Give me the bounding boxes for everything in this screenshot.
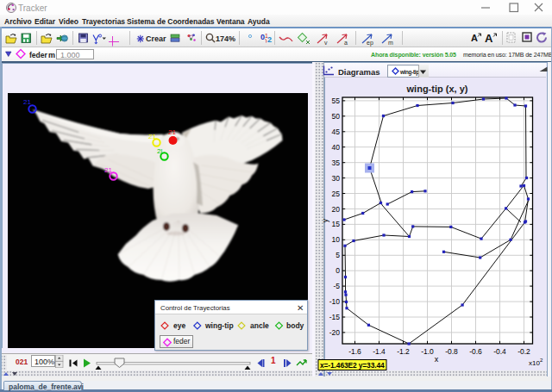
svg-text:21: 21 bbox=[168, 128, 176, 136]
svg-text:-15: -15 bbox=[329, 313, 341, 321]
svg-text:0: 0 bbox=[336, 266, 340, 275]
svg-text:40: 40 bbox=[332, 143, 341, 152]
svg-text:-20: -20 bbox=[329, 328, 341, 337]
svg-text:5: 5 bbox=[336, 251, 340, 259]
svg-text:21: 21 bbox=[23, 98, 31, 106]
svg-text:x10: x10 bbox=[529, 359, 540, 367]
svg-text:m: m bbox=[388, 40, 393, 46]
svg-text:y: y bbox=[321, 218, 329, 222]
svg-text:a: a bbox=[344, 40, 348, 46]
svg-text:x: x bbox=[435, 355, 439, 364]
svg-text:wing-tip (x, y): wing-tip (x, y) bbox=[406, 84, 468, 94]
svg-text:-1.0: -1.0 bbox=[421, 347, 434, 356]
svg-text:21: 21 bbox=[148, 133, 156, 140]
svg-text:-0.6: -0.6 bbox=[469, 347, 482, 356]
svg-text:v: v bbox=[324, 40, 328, 46]
svg-text:-0.4: -0.4 bbox=[493, 347, 506, 356]
svg-text:-1.2: -1.2 bbox=[397, 347, 410, 356]
svg-text:30: 30 bbox=[332, 174, 341, 183]
svg-text:-1.4: -1.4 bbox=[373, 347, 386, 356]
svg-text:A: A bbox=[485, 32, 493, 45]
svg-text:2l: 2l bbox=[157, 147, 162, 155]
svg-text:20: 20 bbox=[332, 205, 341, 214]
svg-text:45: 45 bbox=[332, 128, 341, 136]
svg-text:-0.2: -0.2 bbox=[518, 347, 530, 356]
svg-text:-10: -10 bbox=[329, 297, 341, 306]
svg-text:25: 25 bbox=[332, 190, 341, 198]
svg-text:A: A bbox=[471, 33, 478, 43]
svg-text:55: 55 bbox=[332, 96, 341, 105]
svg-text:50: 50 bbox=[332, 112, 341, 121]
svg-text:174%: 174% bbox=[216, 34, 235, 43]
svg-text:x=-1.463E2 y=33.44: x=-1.463E2 y=33.44 bbox=[320, 361, 385, 370]
svg-text:-0.8: -0.8 bbox=[445, 347, 458, 356]
svg-text:2: 2 bbox=[267, 35, 272, 44]
svg-text:ep: ep bbox=[367, 40, 373, 47]
svg-text:2: 2 bbox=[540, 358, 543, 363]
svg-text:-1.6: -1.6 bbox=[348, 347, 361, 356]
svg-text:-5: -5 bbox=[333, 282, 340, 290]
svg-text:15: 15 bbox=[332, 220, 341, 228]
svg-text:10: 10 bbox=[332, 235, 341, 244]
svg-text:35: 35 bbox=[332, 159, 341, 167]
svg-text:21: 21 bbox=[104, 166, 112, 174]
